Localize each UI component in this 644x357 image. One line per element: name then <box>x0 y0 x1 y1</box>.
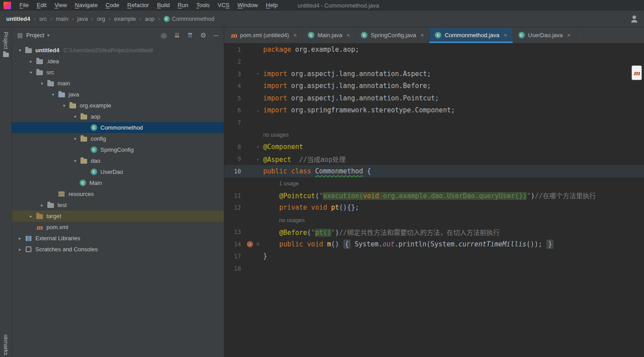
menu-item-vcs[interactable]: VCS <box>214 0 234 11</box>
editor[interactable]: 1package org.example.aop;23▾import org.a… <box>224 43 644 357</box>
tool-stripe-project-button[interactable]: Project <box>0 32 12 57</box>
tree-item-commonmethod[interactable]: CCommonmethod <box>12 122 224 133</box>
breadcrumb-item-java[interactable]: java <box>77 15 88 22</box>
tree-item-userdao[interactable]: CUserDao <box>12 166 224 177</box>
tree-item-src[interactable]: ▾src <box>12 67 224 78</box>
menu-item-refactor[interactable]: Refactor <box>123 0 153 11</box>
aop-advice-gutter-icon[interactable]: ↗ <box>247 241 253 247</box>
menu-item-help[interactable]: Help <box>262 0 282 11</box>
project-panel-title[interactable]: Project <box>26 32 44 38</box>
code-text[interactable]: import org.aspectj.lang.annotation.Aspec… <box>261 70 431 78</box>
menu-item-tools[interactable]: Tools <box>192 0 214 11</box>
close-tab-icon[interactable]: × <box>293 32 297 38</box>
menu-item-edit[interactable]: Edit <box>33 0 50 11</box>
hide-panel-icon[interactable]: ─ <box>214 31 218 39</box>
menu-item-window[interactable]: Window <box>234 0 262 11</box>
breadcrumb-item-org[interactable]: org <box>97 15 105 22</box>
code-text[interactable]: @Pointcut("execution(void org.example.da… <box>261 191 596 200</box>
code-text[interactable]: private void pt(){}; <box>261 203 359 211</box>
editor-tab-pom-xml-untitled4[interactable]: mpom.xml (untitled4)× <box>225 27 303 43</box>
code-text[interactable]: @Component <box>261 143 303 151</box>
breadcrumb-item-commonmethod[interactable]: CCommonmethod <box>164 15 215 22</box>
tree-item-test[interactable]: ▸test <box>12 200 224 211</box>
fold-marker[interactable]: ⊞ <box>254 242 261 246</box>
chevron-down-icon[interactable]: ▾ <box>27 70 35 75</box>
editor-tab-main-java[interactable]: CMain.java× <box>303 27 356 43</box>
chevron-down-icon[interactable]: ▾ <box>71 114 80 119</box>
tree-item-aop[interactable]: ▾aop <box>12 111 224 122</box>
code-text[interactable]: package org.example.aop; <box>261 46 359 54</box>
chevron-right-icon[interactable]: ▸ <box>15 236 24 241</box>
fold-marker[interactable]: ▾ <box>254 144 261 149</box>
user-icon[interactable] <box>631 15 638 23</box>
code-line: 8▾@Component <box>224 141 644 153</box>
inlay-hint[interactable]: no usages <box>261 131 289 138</box>
maven-reload-widget[interactable]: m <box>632 65 642 80</box>
editor-tab-springconfig-java[interactable]: CSpringConfig.java× <box>356 27 429 43</box>
chevron-down-icon[interactable]: ▾ <box>71 136 80 141</box>
tree-item-springconfig[interactable]: CSpringConfig <box>12 144 224 155</box>
tree-item-pom-xml[interactable]: mpom.xml <box>12 222 224 233</box>
fold-marker[interactable]: ▾ <box>254 71 261 76</box>
tree-item-scratches-and-consoles[interactable]: ▸Scratches and Consoles <box>12 244 224 255</box>
chevron-down-icon[interactable]: ▾ <box>49 92 58 97</box>
breadcrumb-item-example[interactable]: example <box>114 15 136 22</box>
locate-file-icon[interactable]: ◎ <box>161 31 167 39</box>
menu-item-build[interactable]: Build <box>153 0 174 11</box>
menu-item-view[interactable]: View <box>50 0 71 11</box>
chevron-right-icon[interactable]: ▸ <box>27 59 35 64</box>
breadcrumb-item-aop[interactable]: aop <box>145 15 155 22</box>
code-text[interactable]: } <box>261 252 267 260</box>
close-tab-icon[interactable]: × <box>347 32 350 38</box>
close-tab-icon[interactable]: × <box>504 32 507 38</box>
tree-item-org-example[interactable]: ▾org.example <box>12 100 224 111</box>
chevron-right-icon[interactable]: ▸ <box>15 247 24 252</box>
intellij-logo-icon <box>4 2 11 9</box>
class-icon: C <box>91 146 97 153</box>
tree-item-external-libraries[interactable]: ▸External Libraries <box>12 233 224 244</box>
editor-tab-userdao-java[interactable]: CUserDao.java× <box>513 27 576 43</box>
inlay-hint[interactable]: no usages <box>261 216 305 224</box>
menu-item-code[interactable]: Code <box>102 0 123 11</box>
menu-item-run[interactable]: Run <box>174 0 192 11</box>
chevron-right-icon[interactable]: ▸ <box>38 203 46 207</box>
chevron-down-icon[interactable]: ▾ <box>38 81 46 86</box>
chevron-down-icon[interactable]: ▾ <box>71 158 80 163</box>
tree-item-untitled4[interactable]: ▾untitled4C:\Users\test2\IdeaProjects\un… <box>12 45 224 56</box>
tree-item-main[interactable]: CMain <box>12 177 224 188</box>
tree-item-config[interactable]: ▾config <box>12 133 224 144</box>
settings-icon[interactable]: ⚙ <box>200 31 206 39</box>
tool-stripe-bookmarks-button[interactable]: okmarks <box>0 334 12 355</box>
package-icon <box>69 102 77 109</box>
expand-all-icon[interactable]: ⇊ <box>174 31 180 39</box>
chevron-down-icon[interactable]: ▾ <box>15 48 24 53</box>
breadcrumb-item-untitled4[interactable]: untitled4 <box>6 15 30 22</box>
code-text[interactable]: import org.aspectj.lang.annotation.Point… <box>261 94 439 102</box>
chevron-right-icon[interactable]: ▸ <box>27 214 35 219</box>
menu-item-navigate[interactable]: Navigate <box>71 0 101 11</box>
close-tab-icon[interactable]: × <box>421 32 424 38</box>
tree-item-resources[interactable]: resources <box>12 188 224 200</box>
fold-marker[interactable]: ▴ <box>254 157 261 161</box>
tree-item-idea[interactable]: ▸.idea <box>12 56 224 67</box>
code-text[interactable]: public void m() { System.out.println(Sys… <box>261 240 554 248</box>
breadcrumb-item-src[interactable]: src <box>39 15 47 22</box>
breadcrumb-item-main[interactable]: main <box>56 15 68 22</box>
code-text[interactable]: public class Commonmethod { <box>261 167 371 175</box>
chevron-down-icon[interactable]: ▾ <box>60 103 69 108</box>
menu-item-file[interactable]: File <box>15 0 33 11</box>
tree-item-target[interactable]: ▸target <box>12 211 224 222</box>
close-tab-icon[interactable]: × <box>567 32 571 38</box>
tree-item-main[interactable]: ▾main <box>12 78 224 89</box>
chevron-down-icon[interactable]: ▾ <box>47 33 50 38</box>
inlay-hint[interactable]: 1 usage <box>261 179 299 187</box>
code-text[interactable]: import org.aspectj.lang.annotation.Befor… <box>261 82 431 90</box>
code-text[interactable]: @Before("pt()")//绑定共性方法和需要切入的方法，在切入方法前执行 <box>261 227 500 237</box>
fold-marker[interactable]: ▴ <box>254 108 261 113</box>
tree-item-dao[interactable]: ▾dao <box>12 155 224 166</box>
tree-item-java[interactable]: ▾java <box>12 89 224 100</box>
editor-tab-commonmethod-java[interactable]: CCommonmethod.java× <box>429 27 513 43</box>
collapse-all-icon[interactable]: ⇈ <box>187 31 193 39</box>
code-text[interactable]: import org.springframework.stereotype.Co… <box>261 106 455 114</box>
code-text[interactable]: @Aspect //当成aop处理 <box>261 154 345 164</box>
